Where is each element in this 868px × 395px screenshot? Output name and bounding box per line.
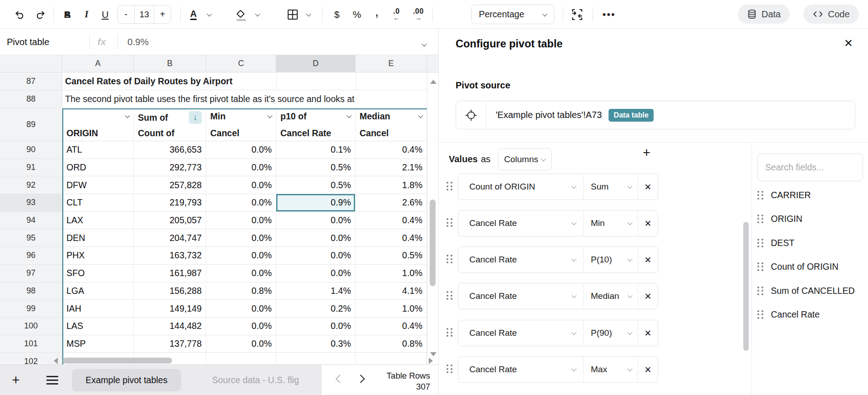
- cell[interactable]: 0.0%: [206, 300, 276, 317]
- cell[interactable]: LAX: [62, 212, 134, 229]
- cell[interactable]: MSP: [62, 335, 134, 353]
- formula-bar-chevron-down-icon[interactable]: [422, 40, 426, 48]
- comma-format-button[interactable]: ,: [369, 0, 385, 29]
- cell[interactable]: LAS: [62, 318, 134, 335]
- column-header-a[interactable]: A: [62, 55, 134, 72]
- row-number[interactable]: 95: [0, 229, 62, 246]
- cell[interactable]: 0.0%: [276, 229, 355, 246]
- text-color-icon[interactable]: A: [187, 0, 200, 29]
- values-layout-dropdown[interactable]: Columns: [498, 148, 552, 170]
- cell[interactable]: 0.0%: [206, 194, 276, 211]
- cell[interactable]: 4.1%: [355, 282, 427, 300]
- cell[interactable]: SFO: [62, 265, 134, 282]
- drag-handle-icon[interactable]: [757, 310, 763, 319]
- row-number[interactable]: 101: [0, 335, 62, 353]
- name-box[interactable]: Pivot table: [7, 29, 49, 55]
- value-agg-dropdown[interactable]: P(10): [584, 247, 638, 272]
- value-agg-dropdown[interactable]: P(90): [584, 320, 638, 346]
- remove-value-icon[interactable]: ✕: [638, 283, 658, 309]
- drag-handle-icon[interactable]: [757, 191, 763, 200]
- value-field-dropdown[interactable]: Cancel Rate: [458, 247, 584, 272]
- cell[interactable]: 0.0%: [206, 265, 276, 282]
- cell[interactable]: CLT: [62, 194, 134, 211]
- vertical-scrollbar[interactable]: [427, 72, 438, 364]
- selected-cell[interactable]: 0.9%: [276, 194, 355, 211]
- add-value-button[interactable]: +: [643, 145, 650, 160]
- cell[interactable]: 0.1%: [276, 141, 355, 159]
- cell-note[interactable]: The second pivot table uses the first pi…: [65, 90, 427, 108]
- cell[interactable]: 0.8%: [355, 335, 427, 353]
- data-button[interactable]: Data: [738, 5, 790, 24]
- field-item[interactable]: Count of ORIGIN: [757, 260, 862, 273]
- cell[interactable]: 0.0%: [206, 229, 276, 246]
- cell[interactable]: 0.5%: [355, 247, 427, 264]
- sheet-tab-inactive[interactable]: Source data - U.S. flig: [198, 369, 322, 391]
- pivot-header-p10-cancel[interactable]: p10 of Cancel Rate: [276, 108, 355, 141]
- row-number[interactable]: 89: [0, 108, 62, 141]
- row-number[interactable]: 90: [0, 141, 62, 159]
- cell[interactable]: 0.4%: [355, 229, 427, 246]
- drag-handle-icon[interactable]: [447, 328, 452, 337]
- row-number[interactable]: 96: [0, 247, 62, 264]
- search-fields-input[interactable]: [757, 154, 863, 181]
- italic-button[interactable]: I: [78, 0, 95, 29]
- percent-format-button[interactable]: %: [349, 0, 365, 29]
- pivot-source-box[interactable]: 'Example pivot tables'!A73 Data table: [456, 101, 855, 129]
- column-header-e[interactable]: E: [355, 55, 427, 72]
- cell[interactable]: 0.4%: [355, 318, 427, 335]
- column-header-b[interactable]: B: [134, 55, 206, 72]
- cell[interactable]: 0.0%: [206, 141, 276, 159]
- cell[interactable]: 0.2%: [276, 300, 355, 317]
- cell[interactable]: 163,732: [134, 247, 206, 264]
- field-item[interactable]: ORIGIN: [757, 212, 862, 226]
- cell[interactable]: 2.1%: [355, 159, 427, 176]
- cell[interactable]: 137,778: [134, 335, 206, 353]
- remove-value-icon[interactable]: ✕: [638, 210, 658, 236]
- cell[interactable]: 0.4%: [355, 141, 427, 159]
- value-agg-dropdown[interactable]: Max: [584, 357, 638, 382]
- scroll-up-icon[interactable]: [430, 80, 437, 84]
- value-agg-dropdown[interactable]: Median: [584, 283, 638, 309]
- cell[interactable]: 205,057: [134, 212, 206, 229]
- cell[interactable]: 0.0%: [206, 159, 276, 176]
- remove-value-icon[interactable]: ✕: [638, 320, 658, 346]
- sheet-menu-icon[interactable]: [46, 376, 58, 387]
- drag-handle-icon[interactable]: [757, 262, 763, 271]
- pivot-header-min-cancel[interactable]: Min Cancel: [206, 108, 276, 141]
- cell[interactable]: 366,653: [134, 141, 206, 159]
- column-filter-chevron-icon[interactable]: [125, 113, 130, 118]
- cell[interactable]: ATL: [62, 141, 134, 159]
- select-all-corner[interactable]: [0, 55, 62, 72]
- row-number[interactable]: 98: [0, 282, 62, 300]
- value-agg-dropdown[interactable]: Sum: [584, 174, 638, 200]
- text-color-chevron-down-icon[interactable]: [205, 0, 214, 29]
- remove-value-icon[interactable]: ✕: [638, 247, 658, 272]
- redo-icon[interactable]: [33, 0, 48, 29]
- row-number[interactable]: 93: [0, 194, 62, 211]
- cell[interactable]: 0.0%: [206, 212, 276, 229]
- pivot-header-median-cancel[interactable]: Median Cancel: [355, 108, 427, 141]
- font-size-decrease-button[interactable]: -: [118, 5, 134, 23]
- borders-chevron-down-icon[interactable]: [304, 0, 313, 29]
- font-size-increase-button[interactable]: +: [154, 5, 171, 23]
- cell[interactable]: 0.8%: [206, 282, 276, 300]
- pivot-header-origin[interactable]: ORIGIN: [62, 108, 134, 141]
- cell[interactable]: 0.0%: [276, 247, 355, 264]
- bold-button[interactable]: B: [59, 0, 76, 29]
- cell[interactable]: PHX: [62, 247, 134, 264]
- cell[interactable]: 292,773: [134, 159, 206, 176]
- cell[interactable]: 149,149: [134, 300, 206, 317]
- increase-decimal-button[interactable]: .00→: [409, 0, 428, 29]
- column-filter-chevron-icon[interactable]: [267, 113, 272, 118]
- drag-handle-icon[interactable]: [447, 291, 452, 300]
- value-field-dropdown[interactable]: Cancel Rate: [458, 283, 584, 309]
- drag-handle-icon[interactable]: [757, 215, 763, 223]
- horizontal-scrollbar[interactable]: [0, 357, 427, 364]
- field-item[interactable]: DEST: [757, 236, 862, 250]
- cell[interactable]: 1.0%: [355, 265, 427, 282]
- scroll-right-icon[interactable]: [429, 358, 433, 364]
- drag-handle-icon[interactable]: [447, 364, 452, 373]
- column-filter-chevron-icon[interactable]: [346, 113, 351, 118]
- target-icon[interactable]: [456, 101, 486, 129]
- column-header-d[interactable]: D: [276, 55, 355, 72]
